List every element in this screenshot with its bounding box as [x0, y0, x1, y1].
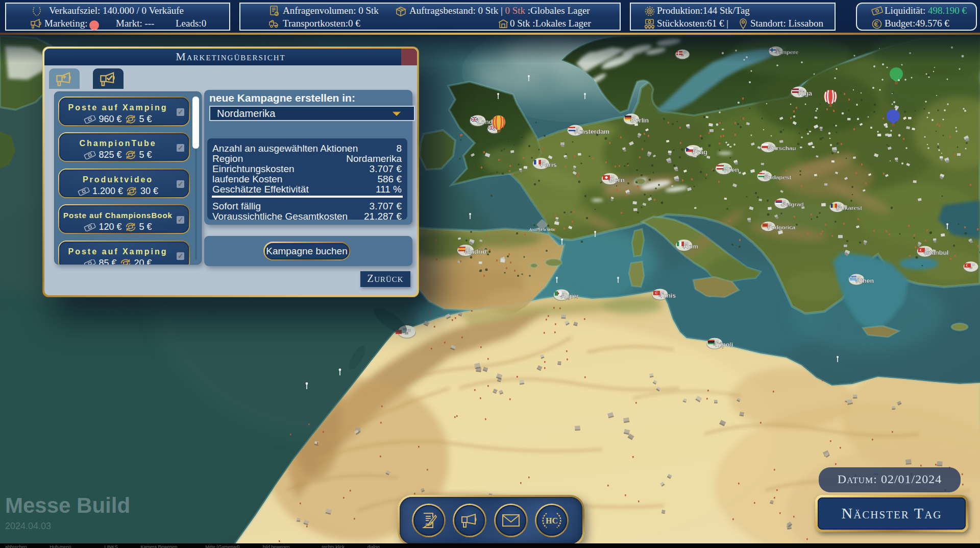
svg-text:Algier: Algier — [561, 293, 579, 300]
svg-text:Budapest: Budapest — [764, 174, 791, 180]
svg-text:Bukarest: Bukarest — [837, 204, 862, 211]
svg-text:Tripoli: Tripoli — [714, 341, 733, 348]
svg-text:Tunis: Tunis — [659, 292, 676, 299]
svg-text:Rom: Rom — [683, 243, 698, 250]
svg-text:Madrid: Madrid — [465, 248, 487, 255]
svg-text:Amsterdam: Amsterdam — [575, 128, 609, 135]
svg-text:Podgorica: Podgorica — [768, 224, 796, 230]
svg-text:Bern: Bern — [609, 176, 625, 184]
svg-text:Istanbul: Istanbul — [924, 249, 948, 256]
svg-text:Berlin: Berlin — [631, 117, 649, 124]
svg-text:Andorra la Vella: Andorra la Vella — [529, 228, 555, 231]
svg-text:Riga: Riga — [798, 90, 812, 97]
svg-text:Warschau: Warschau — [768, 145, 796, 151]
svg-text:Belgrad: Belgrad — [781, 201, 804, 207]
svg-text:Tampere: Tampere — [775, 49, 798, 55]
svg-text:HC: HC — [546, 516, 558, 525]
svg-text:Wien: Wien — [723, 166, 739, 174]
svg-text:Paris: Paris — [541, 161, 557, 169]
svg-text:Athen: Athen — [856, 277, 874, 284]
